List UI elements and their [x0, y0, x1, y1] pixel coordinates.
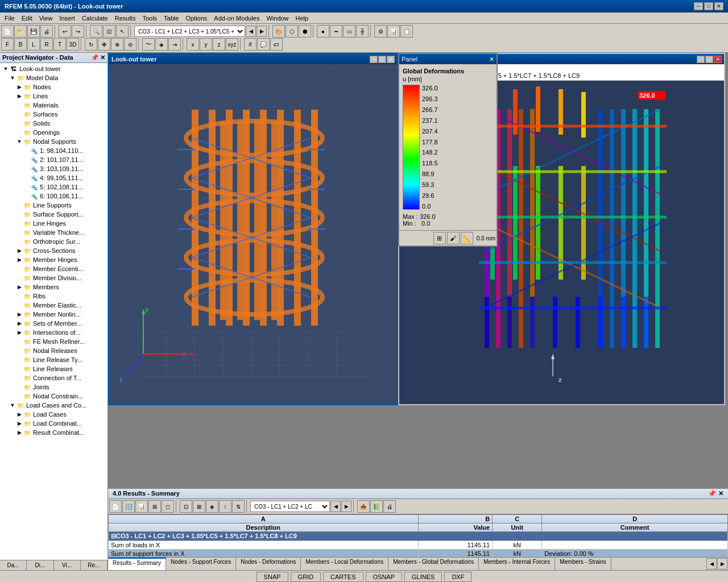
- table-row-sum-x[interactable]: Sum of loads in X 1145.11 kN: [109, 541, 728, 550]
- mdi-max-left[interactable]: □: [378, 56, 386, 63]
- result-btn[interactable]: 📊: [387, 25, 400, 38]
- zoom-btn[interactable]: 🔍: [90, 25, 102, 38]
- combo-next[interactable]: ▶: [257, 26, 267, 37]
- results-tab-member-strains[interactable]: Members - Strains: [555, 558, 611, 570]
- menu-window[interactable]: Window: [263, 14, 292, 23]
- mdi-close-left[interactable]: ✕: [387, 56, 395, 63]
- res-tb-9[interactable]: ↕: [219, 500, 231, 513]
- nav-tab-re[interactable]: Re...: [81, 560, 107, 570]
- tree-nodal-const[interactable]: 📁 Nodal Constrain...: [15, 392, 106, 401]
- select-btn[interactable]: ↖: [116, 25, 129, 38]
- tree-model-data[interactable]: ▼ 📁 Model Data: [8, 73, 106, 82]
- solid-btn[interactable]: ⬢: [299, 25, 311, 38]
- 3d-view-btn[interactable]: 3D: [67, 38, 79, 51]
- results-nav-prev[interactable]: ◀: [330, 501, 341, 512]
- tree-line-releases[interactable]: 📁 Line Releases: [15, 364, 106, 373]
- left-view-btn[interactable]: L: [27, 38, 40, 51]
- deform-btn[interactable]: 〜: [142, 38, 155, 51]
- res-tb-6[interactable]: ⊡: [180, 500, 192, 513]
- osnap-btn[interactable]: OSNAP: [366, 572, 403, 582]
- results-tab-node-deform[interactable]: Nodes - Deformations: [236, 558, 301, 570]
- glines-btn[interactable]: GLINES: [404, 572, 442, 582]
- menu-options[interactable]: Options: [182, 14, 210, 23]
- tree-member-div[interactable]: 📁 Member Divisio...: [15, 273, 106, 282]
- tree-member-hing[interactable]: ▶ 📁 Member Hinges: [15, 255, 106, 264]
- line-btn[interactable]: ━: [330, 25, 342, 38]
- pan-btn[interactable]: ✥: [98, 38, 110, 51]
- results-tab-node-support[interactable]: Nodes - Support Forces: [166, 558, 236, 570]
- results-tab-summary[interactable]: Results - Summary: [108, 558, 166, 570]
- tree-var-thick[interactable]: 📁 Variable Thickne...: [15, 228, 106, 237]
- fit-btn[interactable]: ⊡: [103, 25, 115, 38]
- xyz-btn[interactable]: xyz: [226, 38, 238, 51]
- menu-view[interactable]: View: [36, 14, 56, 23]
- wire-btn[interactable]: ⬡: [286, 25, 298, 38]
- numbering-btn[interactable]: #: [244, 38, 257, 51]
- tree-member-ecc[interactable]: 📁 Member Eccenti...: [15, 264, 106, 273]
- navigator-pin[interactable]: 📌: [91, 54, 99, 61]
- top-view-btn[interactable]: T: [53, 38, 66, 51]
- menu-edit[interactable]: Edit: [18, 14, 36, 23]
- menu-help[interactable]: Help: [292, 14, 312, 23]
- zoom-out-btn[interactable]: ⊖: [124, 38, 136, 51]
- load-combo[interactable]: CO3 - LC1 + LC2 + LC3 + 1.05*LC5 +: [134, 26, 245, 37]
- combo-prev[interactable]: ◀: [246, 26, 256, 37]
- save-btn[interactable]: 💾: [27, 25, 40, 38]
- navigator-close[interactable]: ✕: [100, 54, 105, 61]
- grid-btn[interactable]: GRID: [291, 572, 321, 582]
- res-tb-2[interactable]: 🔢: [122, 500, 135, 513]
- res-tb-print[interactable]: 🖨: [383, 500, 396, 513]
- panel-icon-grid[interactable]: ⊞: [433, 232, 446, 244]
- panel-close[interactable]: ✕: [489, 56, 494, 63]
- results-combo[interactable]: CO3 - LC1 + LC2 + LC: [250, 501, 330, 512]
- tree-openings[interactable]: 📁 Openings: [15, 128, 106, 137]
- tree-joints[interactable]: 📁 Joints: [15, 383, 106, 392]
- rotate-btn[interactable]: ↻: [85, 38, 97, 51]
- table-btn[interactable]: 📋: [400, 25, 413, 38]
- tree-cross-sec[interactable]: ▶ 📁 Cross-Sections: [15, 246, 106, 255]
- open-btn[interactable]: 📂: [14, 25, 27, 38]
- tree-lines[interactable]: ▶ 📁 Lines: [15, 92, 106, 101]
- tree-ortho[interactable]: 📁 Orthotropic Sur...: [15, 237, 106, 246]
- tree-members[interactable]: ▶ 📁 Members: [15, 282, 106, 292]
- menu-results[interactable]: Results: [111, 14, 139, 23]
- results-tab-member-global[interactable]: Members - Global Deformations: [388, 558, 479, 570]
- back-view-btn[interactable]: B: [14, 38, 27, 51]
- results-nav-next[interactable]: ▶: [341, 501, 351, 512]
- snap-btn[interactable]: SNAP: [257, 572, 288, 582]
- tree-intersections[interactable]: ▶ 📁 Intersections of...: [15, 328, 106, 337]
- render-btn[interactable]: 🎨: [272, 25, 285, 38]
- surface-btn[interactable]: ▭: [343, 25, 355, 38]
- tree-ns-5[interactable]: 🔩 5: 102,108,11...: [22, 182, 106, 192]
- tree-root[interactable]: ▼ 🏗 Look-out tower: [1, 64, 106, 73]
- results-tab-member-forces[interactable]: Members - Internal Forces: [479, 558, 555, 570]
- tree-lc-combis[interactable]: ▶ 📁 Load Combinati...: [15, 419, 106, 428]
- nav-tab-da[interactable]: Da...: [0, 560, 27, 570]
- tree-lc-cases[interactable]: ▶ 📁 Load Cases: [15, 410, 106, 419]
- new-btn[interactable]: 📄: [1, 25, 14, 38]
- tree-line-rel-type[interactable]: 📁 Line Release Ty...: [15, 355, 106, 364]
- menu-tools[interactable]: Tools: [139, 14, 160, 23]
- nav-tab-vi[interactable]: Vi...: [54, 560, 81, 570]
- tree-solids[interactable]: 📁 Solids: [15, 119, 106, 128]
- tree-load-cases[interactable]: ▼ 📁 Load Cases and Co...: [8, 401, 106, 410]
- tree-ns-4[interactable]: 🔩 4: 99,105,111...: [22, 173, 106, 182]
- undo-btn[interactable]: ↩: [59, 25, 71, 38]
- tree-member-elas[interactable]: 📁 Member Elastic...: [15, 301, 106, 310]
- panel-icon-ruler[interactable]: 📐: [461, 232, 473, 244]
- res-tb-4[interactable]: ⊞: [148, 500, 161, 513]
- tree-lc-result[interactable]: ▶ 📁 Result Combinat...: [15, 428, 106, 437]
- menu-file[interactable]: File: [1, 14, 18, 23]
- res-tb-3[interactable]: 📊: [135, 500, 148, 513]
- tree-ns-1[interactable]: 🔩 1: 98,104,110...: [22, 146, 106, 155]
- panel-icon-paint[interactable]: 🖌: [447, 232, 460, 244]
- calc-btn[interactable]: ⚙: [374, 25, 387, 38]
- res-tb-excel[interactable]: 📗: [370, 500, 383, 513]
- z-btn[interactable]: z: [213, 38, 225, 51]
- tree-ns-2[interactable]: 🔩 2: 101,107,11...: [22, 155, 106, 164]
- nav-tab-di[interactable]: Di...: [27, 560, 53, 570]
- y-btn[interactable]: y: [200, 38, 212, 51]
- res-tb-7[interactable]: ⊠: [193, 500, 205, 513]
- stress-btn[interactable]: ◈: [155, 38, 168, 51]
- tree-nodes[interactable]: ▶ 📁 Nodes: [15, 82, 106, 92]
